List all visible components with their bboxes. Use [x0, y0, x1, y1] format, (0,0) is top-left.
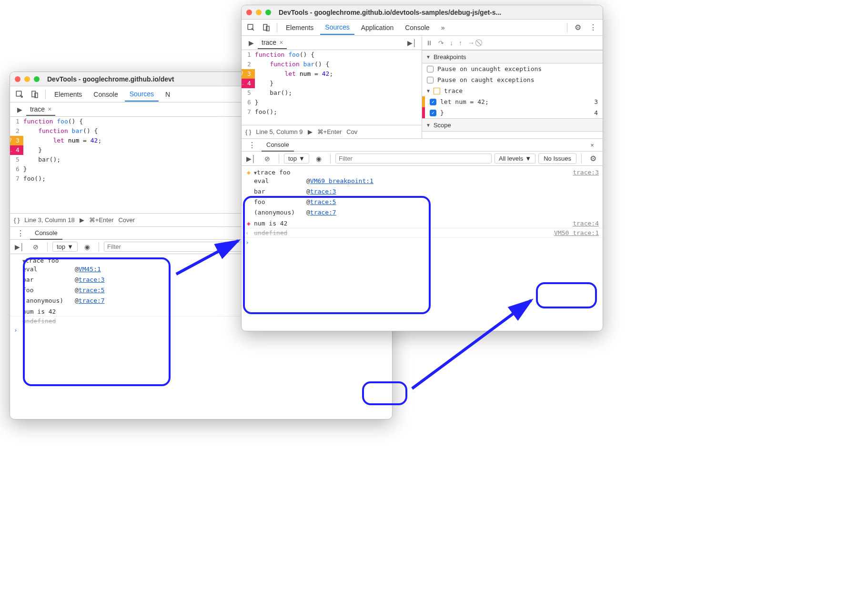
run-icon[interactable]: ▶ — [308, 128, 313, 135]
sidebar-icon[interactable]: ▶│ — [244, 152, 258, 165]
step-into-icon[interactable]: ↓ — [450, 39, 453, 47]
close-icon[interactable]: × — [279, 39, 283, 46]
kebab-icon[interactable]: ⋮ — [586, 21, 600, 34]
eye-icon[interactable]: ◉ — [312, 152, 325, 165]
tab-elements[interactable]: Elements — [50, 88, 87, 101]
breakpoints-header[interactable]: ▼Breakpoints — [422, 50, 603, 63]
inspect-icon[interactable] — [244, 21, 258, 34]
close-icon[interactable]: × — [48, 105, 51, 113]
pause-caught[interactable]: Pause on caught exceptions — [422, 74, 603, 85]
line-number[interactable]: 5 — [10, 155, 23, 164]
file-tab-trace[interactable]: trace× — [26, 103, 55, 116]
gear-icon[interactable]: ⚙ — [586, 152, 600, 165]
line-number[interactable]: 6 — [242, 98, 255, 107]
navigator-icon[interactable]: ▶ — [13, 103, 26, 116]
source-link[interactable]: trace:3 — [310, 186, 336, 197]
filter-input[interactable] — [335, 154, 492, 164]
tab-sources[interactable]: Sources — [320, 20, 354, 35]
eye-icon[interactable]: ◉ — [81, 240, 94, 254]
editor-statusbar: { } Line 5, Column 9 ▶ ⌘+Enter Cov — [242, 125, 422, 138]
titlebar: DevTools - googlechrome.github.io/devtoo… — [242, 5, 603, 20]
line-number-breakpoint[interactable]: ‥4 — [10, 145, 23, 155]
run-icon[interactable]: ▶ — [80, 216, 84, 224]
source-link[interactable]: VM50 trace:1 — [554, 229, 599, 236]
line-number[interactable]: 2 — [242, 60, 255, 69]
coverage-label[interactable]: Cover — [118, 216, 135, 224]
code-lines[interactable]: function foo() { function bar() { let nu… — [255, 50, 422, 117]
line-number[interactable]: 5 — [242, 88, 255, 98]
trace-title[interactable]: trace foo — [257, 169, 290, 176]
braces-icon[interactable]: { } — [14, 216, 20, 224]
drawer-tab-console[interactable]: Console — [262, 139, 294, 152]
tab-console[interactable]: Console — [89, 88, 122, 101]
step-out-icon[interactable]: ↑ — [459, 39, 462, 47]
tab-sources[interactable]: Sources — [125, 87, 159, 102]
breakpoint-item[interactable]: ✓let num = 42;3 — [425, 96, 603, 107]
logpoint-marker-icon: ◈ — [245, 220, 252, 227]
line-number[interactable]: 6 — [10, 164, 23, 174]
maximize-dot[interactable] — [265, 10, 271, 15]
inspect-icon[interactable] — [13, 88, 26, 101]
context-selector[interactable]: top ▼ — [284, 154, 309, 164]
file-tabbar: ▶ trace× ▶│ — [242, 36, 422, 50]
tab-elements[interactable]: Elements — [281, 21, 318, 34]
pause-uncaught[interactable]: Pause on uncaught exceptions — [422, 63, 603, 74]
clear-icon[interactable]: ⊘ — [261, 152, 274, 165]
minimize-dot[interactable] — [256, 10, 262, 15]
line-number[interactable]: 7 — [242, 107, 255, 117]
braces-icon[interactable]: { } — [245, 128, 251, 135]
trace-title[interactable]: trace foo — [25, 257, 59, 264]
device-icon[interactable] — [28, 88, 41, 101]
pause-icon[interactable]: ⏸ — [426, 39, 433, 47]
line-number-breakpoint[interactable]: ‥4 — [242, 79, 255, 88]
navigator-icon[interactable]: ▶ — [244, 36, 258, 50]
line-number-breakpoint[interactable]: ?3 — [242, 69, 255, 79]
more-tabs-icon[interactable]: » — [436, 21, 450, 34]
drawer-tab-console[interactable]: Console — [30, 227, 62, 240]
maximize-dot[interactable] — [34, 76, 40, 82]
source-link[interactable]: trace:5 — [79, 285, 105, 296]
tab-application[interactable]: Application — [356, 21, 399, 34]
line-number[interactable]: 1 — [10, 117, 23, 126]
source-link[interactable]: trace:3 — [79, 275, 105, 285]
step-icon[interactable]: → — [468, 39, 474, 47]
source-link[interactable]: VM45:1 — [79, 264, 101, 275]
source-link[interactable]: trace:7 — [79, 296, 105, 306]
source-link[interactable]: VM69 breakpoint:1 — [310, 176, 373, 186]
gutter[interactable]: 1 2 ?3 ‥4 5 6 7 — [242, 50, 255, 117]
breakpoint-file[interactable]: ▼trace — [422, 85, 603, 96]
breakpoint-item[interactable]: ✓}4 — [425, 107, 603, 118]
kebab-icon[interactable]: ⋮ — [14, 226, 27, 240]
close-dot[interactable] — [246, 10, 252, 15]
gear-icon[interactable]: ⚙ — [571, 21, 585, 34]
kebab-icon[interactable]: ⋮ — [245, 138, 259, 152]
code-editor[interactable]: 1 2 ?3 ‥4 5 6 7 function foo() { functio… — [242, 50, 422, 117]
step-over-icon[interactable]: ↷ — [438, 39, 444, 47]
scope-header[interactable]: ▼Scope — [422, 118, 603, 132]
more-icon[interactable]: ▶│ — [405, 36, 419, 50]
sidebar-icon[interactable]: ▶│ — [13, 240, 26, 254]
source-link[interactable]: trace:5 — [310, 197, 336, 207]
tab-console[interactable]: Console — [400, 21, 434, 34]
console-output[interactable]: ◈ ▼trace foo eval@ VM69 breakpoint:1 bar… — [242, 166, 603, 249]
clear-icon[interactable]: ⊘ — [29, 240, 42, 254]
gutter[interactable]: 1 2 ?3 ‥4 5 6 7 — [10, 117, 23, 184]
minimize-dot[interactable] — [24, 76, 30, 82]
tab-n[interactable]: N — [161, 88, 175, 101]
source-link[interactable]: trace:3 — [573, 169, 599, 176]
source-link[interactable]: trace:4 — [573, 220, 599, 227]
file-tab-trace[interactable]: trace× — [258, 37, 287, 49]
context-selector[interactable]: top ▼ — [52, 242, 78, 252]
source-link[interactable]: trace:7 — [310, 207, 336, 218]
levels-selector[interactable]: All levels ▼ — [495, 154, 535, 164]
close-dot[interactable] — [15, 76, 20, 82]
line-number[interactable]: 2 — [10, 126, 23, 136]
issues-button[interactable]: No Issues — [538, 153, 576, 164]
line-number[interactable]: 7 — [10, 174, 23, 184]
line-number[interactable]: 1 — [242, 50, 255, 60]
coverage-label[interactable]: Cov — [346, 128, 357, 135]
close-icon[interactable]: × — [585, 138, 599, 152]
console-drawer-tabbar: ⋮ Console × — [242, 138, 603, 152]
device-icon[interactable] — [260, 21, 273, 34]
line-number-breakpoint[interactable]: ?3 — [10, 136, 23, 145]
